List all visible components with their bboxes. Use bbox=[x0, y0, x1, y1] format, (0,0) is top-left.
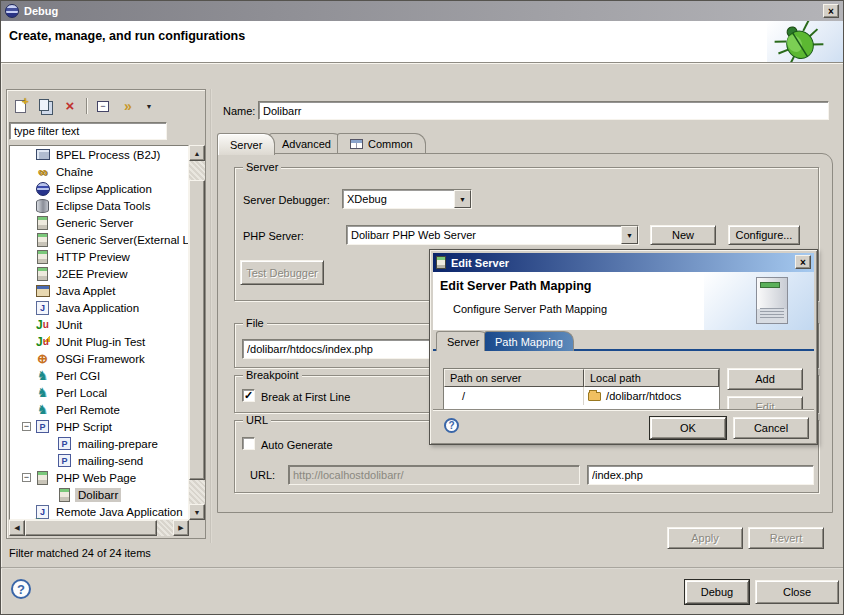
chevron-down-icon[interactable] bbox=[621, 226, 638, 244]
tree-expander-icon[interactable]: − bbox=[22, 473, 31, 482]
auto-generate-checkbox[interactable] bbox=[242, 437, 255, 450]
dialog-help-button[interactable]: ? bbox=[444, 418, 459, 433]
tree-item-label: PHP Script bbox=[53, 420, 115, 434]
add-mapping-button[interactable]: Add bbox=[727, 368, 803, 390]
new-server-button[interactable]: New bbox=[650, 225, 716, 245]
tree-item-icon bbox=[35, 148, 50, 162]
tree-item-icon bbox=[57, 488, 72, 502]
tree-item[interactable]: JUnit bbox=[10, 316, 188, 333]
tree-item[interactable]: Generic Server(External La bbox=[10, 231, 188, 248]
tree-item-label: Eclipse Data Tools bbox=[53, 199, 153, 213]
dialog-tab-path-mapping[interactable]: Path Mapping bbox=[484, 331, 574, 351]
configure-server-button[interactable]: Configure... bbox=[728, 225, 800, 245]
test-debugger-button[interactable]: Test Debugger bbox=[240, 260, 324, 285]
apply-button[interactable]: Apply bbox=[667, 527, 743, 549]
tree-item-icon bbox=[35, 199, 50, 213]
mapping-row[interactable]: / /dolibarr/htdocs bbox=[444, 387, 719, 405]
tree-item[interactable]: Remote Java Application bbox=[10, 503, 188, 520]
tree-item[interactable]: OSGi Framework bbox=[10, 350, 188, 367]
tree-item-icon bbox=[35, 233, 50, 247]
banner: Create, manage, and run configurations bbox=[1, 21, 843, 63]
tree-item[interactable]: Perl CGI bbox=[10, 367, 188, 384]
panel-sash[interactable] bbox=[210, 89, 212, 543]
tree-item-label: Chaîne bbox=[53, 165, 96, 179]
filter-configs-button[interactable]: » bbox=[119, 97, 137, 115]
bug-icon bbox=[767, 21, 827, 62]
tree-item-icon bbox=[35, 284, 50, 298]
tree-scroll-down-button[interactable]: ▼ bbox=[189, 504, 205, 520]
tab-server[interactable]: Server bbox=[217, 133, 275, 155]
edit-mapping-button[interactable]: Edit bbox=[727, 396, 803, 409]
tree-scroll-right-button[interactable]: ▶ bbox=[173, 520, 189, 536]
tree-item[interactable]: Java Applet bbox=[10, 282, 188, 299]
tree-item-label: PHP Web Page bbox=[53, 471, 139, 485]
php-server-value: Dolibarr PHP Web Server bbox=[347, 229, 621, 241]
cancel-button[interactable]: Cancel bbox=[733, 417, 809, 439]
tree-item[interactable]: Java Application bbox=[10, 299, 188, 316]
file-group-title: File bbox=[243, 317, 267, 329]
tree-item[interactable]: Eclipse Application bbox=[10, 180, 188, 197]
tree-expander-icon[interactable]: − bbox=[22, 422, 31, 431]
auto-generate-label: Auto Generate bbox=[261, 439, 333, 451]
ok-button[interactable]: OK bbox=[650, 417, 726, 439]
tree-item-label: Dolibarr bbox=[75, 488, 121, 502]
tree-scroll-up-button[interactable]: ▲ bbox=[189, 145, 205, 161]
tab-advanced[interactable]: Advanced bbox=[269, 133, 344, 154]
close-button[interactable]: Close bbox=[755, 580, 839, 604]
tab-server-label: Server bbox=[230, 139, 262, 151]
tree-item[interactable]: HTTP Preview bbox=[10, 248, 188, 265]
mapping-path-cell: / bbox=[444, 387, 584, 405]
tree-item-label: HTTP Preview bbox=[53, 250, 133, 264]
php-server-select[interactable]: Dolibarr PHP Web Server bbox=[346, 225, 639, 245]
debug-button[interactable]: Debug bbox=[685, 580, 749, 604]
server-icon bbox=[436, 256, 446, 269]
tree-item[interactable]: Generic Server bbox=[10, 214, 188, 231]
tree-item-label: Remote Java Application bbox=[53, 505, 186, 519]
edit-server-close-button[interactable]: × bbox=[795, 255, 811, 269]
tree-item[interactable]: Chaîne bbox=[10, 163, 188, 180]
window-close-button[interactable]: × bbox=[823, 4, 839, 18]
duplicate-config-button[interactable] bbox=[36, 97, 54, 115]
revert-button[interactable]: Revert bbox=[748, 527, 824, 549]
help-button[interactable]: ? bbox=[11, 579, 31, 599]
tree-item[interactable]: mailing-send bbox=[10, 452, 188, 469]
break-first-line-checkbox[interactable]: ✓ bbox=[242, 389, 255, 402]
tree-item[interactable]: Dolibarr bbox=[10, 486, 188, 503]
tree-item[interactable]: − PHP Web Page bbox=[10, 469, 188, 486]
local-path-column-header[interactable]: Local path bbox=[584, 369, 719, 387]
collapse-all-button[interactable]: − bbox=[94, 97, 112, 115]
tree-item[interactable]: mailing-prepare bbox=[10, 435, 188, 452]
tree-item-label: Java Applet bbox=[53, 284, 118, 298]
tree-item[interactable]: Eclipse Data Tools bbox=[10, 197, 188, 214]
tree-item-label: JUnit Plug-in Test bbox=[53, 335, 148, 349]
mapping-local-cell: /dolibarr/htdocs bbox=[584, 387, 719, 405]
tree-scroll-left-button[interactable]: ◀ bbox=[9, 520, 25, 536]
config-name-input[interactable] bbox=[258, 101, 829, 120]
tree-item[interactable]: Perl Local bbox=[10, 384, 188, 401]
tree-item-label: Eclipse Application bbox=[53, 182, 155, 196]
dialog-tab-server[interactable]: Server bbox=[436, 331, 490, 351]
tree-item[interactable]: BPEL Process (B2J) bbox=[10, 146, 188, 163]
dialog-tab-server-label: Server bbox=[447, 336, 479, 348]
chevron-down-icon[interactable] bbox=[454, 190, 471, 208]
tree-item[interactable]: − PHP Script bbox=[10, 418, 188, 435]
edit-server-subheading: Configure Server Path Mapping bbox=[453, 303, 607, 315]
tree-item-icon bbox=[35, 216, 50, 230]
new-config-button[interactable] bbox=[11, 97, 29, 115]
tree-vscrollbar-thumb[interactable] bbox=[189, 180, 205, 480]
tree-item[interactable]: J2EE Preview bbox=[10, 265, 188, 282]
tree-hscrollbar-thumb[interactable] bbox=[25, 520, 157, 536]
edit-server-title: Edit Server bbox=[451, 257, 509, 269]
tree-item[interactable]: JUnit Plug-in Test bbox=[10, 333, 188, 350]
tree-item[interactable]: Perl Remote bbox=[10, 401, 188, 418]
url-file-input[interactable] bbox=[587, 465, 814, 485]
server-debugger-select[interactable]: XDebug bbox=[342, 189, 472, 209]
tab-common[interactable]: Common bbox=[337, 133, 426, 154]
path-on-server-column-header[interactable]: Path on server bbox=[444, 369, 584, 387]
filter-menu-dropdown[interactable]: ▼ bbox=[144, 97, 154, 115]
tree-item-icon bbox=[57, 437, 72, 451]
breakpoint-group-title: Breakpoint bbox=[243, 369, 302, 381]
tree-item-label: Perl Remote bbox=[53, 403, 123, 417]
delete-config-button[interactable]: × bbox=[61, 97, 79, 115]
type-filter-input[interactable] bbox=[9, 122, 167, 140]
